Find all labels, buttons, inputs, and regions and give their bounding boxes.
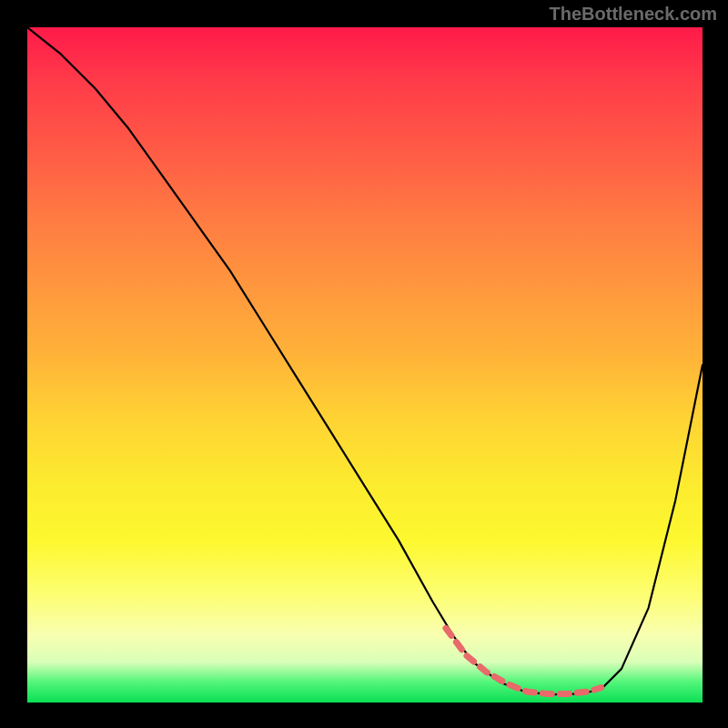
chart-svg [27, 27, 703, 703]
curve-main [27, 27, 703, 694]
plot-area [27, 27, 703, 703]
watermark-text: TheBottleneck.com [550, 4, 717, 25]
curve-valley-highlight [446, 628, 602, 693]
